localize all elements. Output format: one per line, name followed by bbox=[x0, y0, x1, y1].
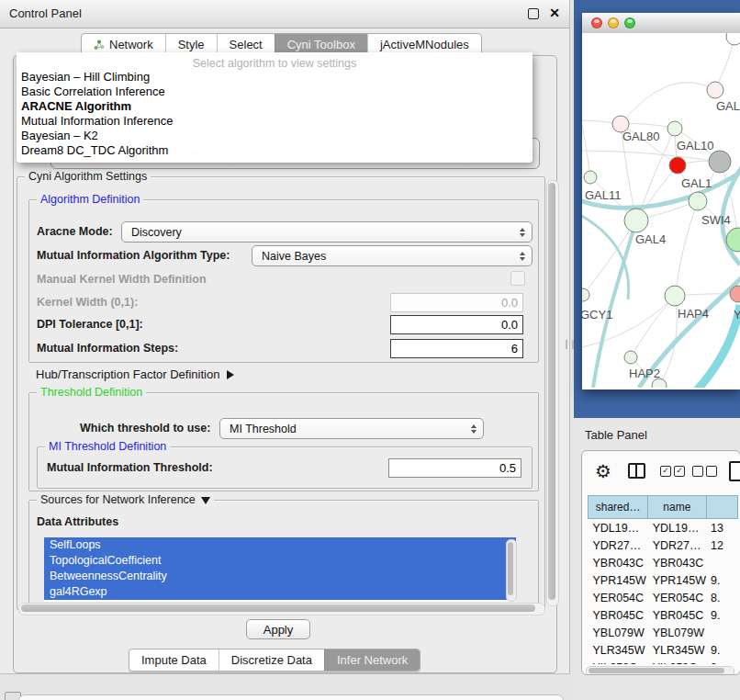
table-row[interactable]: YBR045CYBR045C9. bbox=[589, 606, 738, 624]
network-node[interactable] bbox=[709, 151, 731, 173]
network-node[interactable] bbox=[624, 209, 648, 232]
network-node[interactable] bbox=[584, 171, 597, 184]
table-row[interactable]: YDR27…YDR27…12 bbox=[589, 536, 738, 554]
algorithm-option-bayesian-hill-climbing[interactable]: Bayesian – Hill Climbing bbox=[17, 70, 533, 85]
expanded-arrow-icon bbox=[201, 497, 210, 504]
table-cell: YBR043C bbox=[648, 554, 706, 571]
network-edge[interactable] bbox=[675, 201, 698, 296]
column-header-shared[interactable]: shared… bbox=[589, 496, 648, 519]
column-header-name[interactable]: name bbox=[648, 496, 706, 519]
table-horizontal-scrollbar[interactable] bbox=[586, 666, 734, 675]
close-traffic-light-icon[interactable] bbox=[591, 17, 602, 28]
settings-horizontal-scrollbar[interactable] bbox=[18, 603, 545, 615]
panel-resize-handle[interactable] bbox=[566, 340, 574, 349]
close-icon[interactable]: ✕ bbox=[549, 6, 560, 20]
dpi-tolerance-field[interactable] bbox=[390, 315, 523, 334]
columns-icon[interactable] bbox=[628, 463, 645, 479]
network-icon bbox=[94, 40, 105, 51]
apply-button[interactable]: Apply bbox=[246, 619, 310, 639]
combobox-stepper-icon bbox=[520, 252, 525, 261]
control-panel-titlebar: Control Panel ✕ bbox=[0, 0, 569, 28]
table-row[interactable]: YLR345WYLR345W9. bbox=[589, 641, 738, 659]
settings-vertical-scrollbar[interactable] bbox=[546, 180, 559, 606]
network-edge[interactable] bbox=[582, 296, 675, 347]
tab-impute-data[interactable]: Impute Data bbox=[129, 649, 219, 671]
data-attributes-label: Data Attributes bbox=[37, 515, 118, 528]
network-node[interactable] bbox=[726, 33, 740, 45]
algorithm-definition-group: Algorithm Definition Aracne Mode: Discov… bbox=[28, 199, 539, 363]
network-canvas[interactable]: GALGAL80GAL10GAL11GAL1SWI4GAL4GCY1HAP4YH… bbox=[582, 33, 740, 388]
table-row[interactable]: YDL19…YDL19…13 bbox=[589, 519, 738, 537]
collapsed-arrow-icon bbox=[227, 370, 234, 379]
hub-definition-expander[interactable]: Hub/Transcription Factor Definition bbox=[36, 367, 234, 381]
table-cell: 9. bbox=[706, 606, 737, 624]
network-node[interactable] bbox=[582, 288, 589, 301]
tab-infer-network[interactable]: Infer Network bbox=[324, 649, 420, 671]
network-node[interactable] bbox=[707, 82, 723, 98]
algorithm-definition-title: Algorithm Definition bbox=[37, 193, 143, 206]
document-icon[interactable] bbox=[729, 461, 740, 481]
unchecked-box-icon[interactable] bbox=[706, 466, 717, 477]
float-icon[interactable] bbox=[528, 8, 539, 19]
algorithm-option-bayesian-k2[interactable]: Bayesian – K2 bbox=[17, 129, 533, 143]
tab-label: Discretize Data bbox=[231, 653, 312, 667]
node-label: HAP4 bbox=[678, 307, 709, 321]
algorithm-option-mutual-information-inference[interactable]: Mutual Information Inference bbox=[17, 114, 533, 129]
network-node[interactable] bbox=[669, 157, 686, 174]
attribute-item-gal4rgexp[interactable]: gal4RGexp bbox=[44, 584, 516, 600]
data-attributes-list[interactable]: SelfLoopsTopologicalCoefficientBetweenne… bbox=[44, 537, 516, 602]
algorithm-dropdown-list: Select algorithm to view settings Bayesi… bbox=[17, 52, 533, 163]
mi-threshold-field[interactable] bbox=[388, 458, 521, 478]
sources-title[interactable]: Sources for Network Inference bbox=[37, 493, 214, 506]
algorithm-option-dream8-dc-tdc-algorithm[interactable]: Dream8 DC_TDC Algorithm bbox=[17, 143, 533, 158]
mi-algorithm-type-label: Mutual Information Algorithm Type: bbox=[37, 249, 230, 262]
node-label: GAL10 bbox=[677, 139, 713, 152]
network-node[interactable] bbox=[689, 192, 707, 210]
zoom-traffic-light-icon[interactable] bbox=[624, 17, 635, 28]
kernel-width-label: Kernel Width (0,1): bbox=[37, 296, 138, 309]
which-threshold-combobox[interactable]: MI Threshold bbox=[219, 418, 484, 439]
gear-icon[interactable]: ⚙ bbox=[595, 460, 611, 482]
table-row[interactable]: YBR043CYBR043C bbox=[589, 554, 738, 571]
table-row[interactable]: YIL053CYIL053C9 bbox=[589, 659, 738, 664]
algorithm-option-basic-correlation-inference[interactable]: Basic Correlation Inference bbox=[17, 85, 533, 99]
minimize-traffic-light-icon[interactable] bbox=[608, 17, 619, 28]
table-row[interactable]: YBL079WYBL079W bbox=[589, 624, 738, 641]
table-row[interactable]: YPR145WYPR145W9. bbox=[589, 571, 738, 589]
attributes-vertical-scrollbar[interactable] bbox=[506, 539, 517, 602]
network-node[interactable] bbox=[624, 351, 637, 364]
network-window-titlebar[interactable] bbox=[582, 13, 740, 34]
sources-group: Sources for Network Inference Data Attri… bbox=[28, 500, 539, 609]
mi-steps-field[interactable] bbox=[390, 339, 523, 358]
lower-panel-edge bbox=[18, 694, 564, 700]
table-cell: YLR345W bbox=[589, 641, 648, 659]
tab-discretize-data[interactable]: Discretize Data bbox=[219, 649, 324, 671]
mi-algorithm-type-combobox[interactable]: Naive Bayes bbox=[252, 245, 533, 266]
column-header-2[interactable] bbox=[706, 496, 737, 519]
combobox-stepper-icon bbox=[520, 228, 525, 237]
network-node[interactable] bbox=[665, 286, 685, 306]
table-cell bbox=[706, 624, 737, 641]
settings-group-title: Cyni Algorithm Settings bbox=[25, 170, 151, 183]
network-edge[interactable] bbox=[582, 213, 629, 299]
node-attribute-table[interactable]: shared…name YDL19…YDL19…13YDR27…YDR27…12… bbox=[588, 495, 738, 664]
network-edge[interactable] bbox=[621, 83, 715, 124]
unchecked-box-icon[interactable] bbox=[692, 466, 703, 477]
manual-kernel-checkbox[interactable] bbox=[510, 271, 525, 286]
which-threshold-value: MI Threshold bbox=[230, 423, 297, 435]
node-label: GAL11 bbox=[585, 188, 622, 202]
attribute-item-betweennesscentrality[interactable]: BetweennessCentrality bbox=[44, 569, 516, 584]
table-cell: YBR043C bbox=[589, 554, 648, 571]
network-node[interactable] bbox=[667, 121, 682, 136]
kernel-width-field[interactable] bbox=[390, 293, 523, 312]
table-row[interactable]: YER054CYER054C8. bbox=[589, 589, 738, 606]
checked-box-icon[interactable]: ✓ bbox=[674, 466, 685, 477]
attribute-item-selfloops[interactable]: SelfLoops bbox=[44, 537, 516, 553]
aracne-mode-combobox[interactable]: Discovery bbox=[121, 221, 533, 243]
table-cell: YER054C bbox=[589, 589, 648, 606]
mi-algorithm-type-value: Naive Bayes bbox=[262, 250, 326, 263]
algorithm-option-aracne-algorithm[interactable]: ARACNE Algorithm bbox=[17, 99, 533, 114]
attribute-item-topologicalcoefficient[interactable]: TopologicalCoefficient bbox=[44, 553, 516, 569]
tab-label: Select bbox=[230, 38, 263, 51]
checked-box-icon[interactable]: ✓ bbox=[660, 466, 671, 477]
